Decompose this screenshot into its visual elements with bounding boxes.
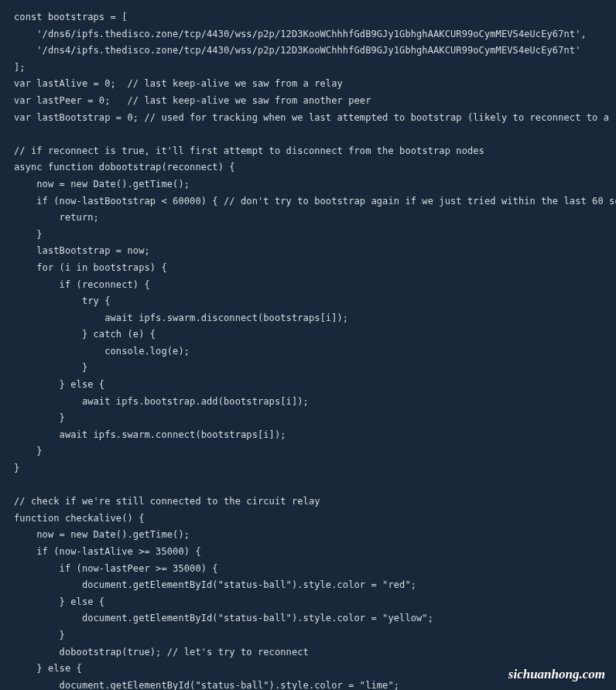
code-block: const bootstraps = [ '/dns6/ipfs.thedisc… <box>0 0 616 690</box>
watermark-text: sichuanhong.com <box>508 667 605 682</box>
